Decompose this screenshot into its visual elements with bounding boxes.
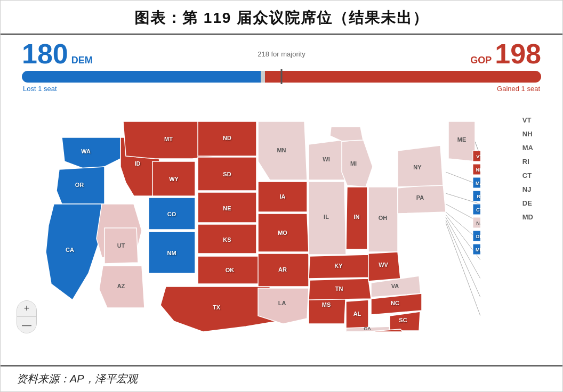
- state-NM[interactable]: [149, 232, 195, 273]
- state-DE[interactable]: [473, 231, 480, 241]
- state-IL[interactable]: [309, 182, 346, 255]
- state-CT[interactable]: [473, 204, 480, 215]
- state-WA[interactable]: [62, 137, 120, 169]
- ne-state-RI[interactable]: RI: [522, 158, 533, 166]
- state-ND[interactable]: [198, 121, 256, 156]
- gained-seat-label: Gained 1 seat: [497, 85, 540, 93]
- state-MD[interactable]: [473, 244, 480, 255]
- footer: 资料来源：AP，泽平宏观: [1, 365, 562, 391]
- state-UT[interactable]: [104, 228, 138, 264]
- bar-gap: [261, 71, 265, 83]
- state-SD[interactable]: [198, 157, 256, 191]
- ne-state-NH[interactable]: NH: [522, 130, 533, 138]
- gop-bar-fill: [265, 71, 541, 83]
- state-NY[interactable]: [398, 145, 443, 187]
- majority-label: 218 for majority: [258, 50, 305, 58]
- source-text: 资料来源：AP，泽平宏观: [17, 373, 138, 385]
- state-KS[interactable]: [198, 224, 256, 254]
- state-PA[interactable]: [398, 184, 446, 214]
- state-CO[interactable]: [149, 198, 195, 230]
- page-title: 图表：第 119 届众议院席位（结果未出）: [11, 8, 552, 28]
- state-KY[interactable]: [309, 255, 371, 279]
- state-SC[interactable]: [390, 312, 420, 331]
- state-WI[interactable]: [309, 140, 347, 180]
- state-WY[interactable]: [152, 161, 195, 196]
- state-IA[interactable]: [258, 182, 307, 212]
- majority-marker: [281, 69, 283, 84]
- gop-label: GOP: [470, 55, 492, 66]
- zoom-out-button[interactable]: —: [17, 317, 36, 333]
- state-OR[interactable]: [57, 167, 104, 204]
- dem-score: 180 DEM: [22, 40, 93, 68]
- seat-bar: [22, 71, 541, 83]
- zoom-controls: + —: [17, 300, 37, 333]
- score-section: 180 DEM 218 for majority GOP 198 Lost 1 …: [1, 35, 562, 95]
- title-bar: 图表：第 119 届众议院席位（结果未出）: [1, 1, 562, 35]
- state-NH[interactable]: [473, 164, 480, 175]
- state-MN[interactable]: [258, 121, 307, 180]
- zoom-in-button[interactable]: +: [17, 301, 36, 317]
- state-WV[interactable]: [368, 252, 400, 281]
- state-NJ[interactable]: [473, 217, 480, 228]
- state-AZ[interactable]: [99, 266, 144, 308]
- state-IN[interactable]: [346, 187, 367, 249]
- state-MO[interactable]: [258, 214, 309, 252]
- state-VT[interactable]: [473, 151, 480, 161]
- ne-state-NJ[interactable]: NJ: [522, 185, 533, 193]
- state-MI-upper: [330, 127, 363, 141]
- ne-states-list: VT NH MA RI CT NJ DE MD: [522, 116, 533, 221]
- state-MA[interactable]: [473, 177, 480, 188]
- ne-state-VT[interactable]: VT: [522, 116, 533, 124]
- state-RI[interactable]: [473, 191, 480, 201]
- seat-change-row: Lost 1 seat Gained 1 seat: [22, 85, 541, 93]
- ne-state-MD[interactable]: MD: [522, 213, 533, 221]
- state-AR[interactable]: [258, 254, 309, 287]
- ne-state-CT[interactable]: CT: [522, 172, 533, 179]
- state-AL[interactable]: [346, 300, 368, 331]
- dem-number: 180: [22, 40, 68, 68]
- state-TN[interactable]: [309, 279, 371, 300]
- state-OH[interactable]: [368, 187, 398, 252]
- gop-number: 198: [495, 40, 541, 68]
- map-container: WA OR CA NV ID MT: [1, 95, 562, 365]
- state-ME[interactable]: [448, 121, 475, 161]
- dem-bar-fill: [22, 71, 261, 83]
- ne-state-DE[interactable]: DE: [522, 199, 533, 207]
- dem-label: DEM: [71, 55, 93, 66]
- state-NE[interactable]: [198, 192, 256, 223]
- gop-score: GOP 198: [470, 40, 541, 68]
- lost-seat-label: Lost 1 seat: [23, 85, 57, 93]
- ne-state-MA[interactable]: MA: [522, 144, 533, 152]
- state-CA[interactable]: [46, 204, 102, 300]
- state-LA[interactable]: [258, 288, 309, 324]
- state-MI[interactable]: [342, 139, 373, 187]
- map-section: WA OR CA NV ID MT: [1, 95, 562, 365]
